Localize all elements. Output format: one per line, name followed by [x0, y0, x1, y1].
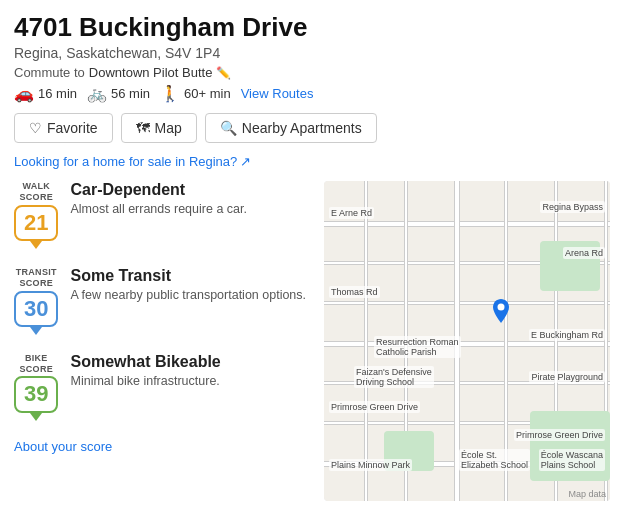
bike-tail — [30, 413, 42, 421]
search-icon: 🔍 — [220, 120, 237, 136]
road-v1 — [364, 181, 368, 501]
walk-icon: 🚶 — [160, 84, 180, 103]
bike-score-label: BikeScore — [19, 353, 53, 375]
favorite-button[interactable]: ♡ Favorite — [14, 113, 113, 143]
sale-link[interactable]: Looking for a home for sale in Regina? ↗ — [14, 154, 251, 169]
walk-score-text: Car-Dependent Almost all errands require… — [70, 181, 246, 219]
map-watermark: Map data — [568, 489, 606, 499]
external-link-icon: ↗ — [240, 154, 251, 169]
walk-score-badge: WalkScore 21 — [14, 181, 58, 249]
location-pin[interactable] — [489, 299, 513, 331]
map-icon: 🗺 — [136, 120, 150, 136]
road-label-4: E Buckingham Rd — [529, 329, 605, 341]
bypass-label: Regina Bypass — [540, 201, 605, 213]
walk-time: 60+ min — [184, 86, 231, 101]
map-background: E Arne Rd Arena Rd Thomas Rd E Buckingha… — [324, 181, 610, 501]
scores-map-row: WalkScore 21 Car-Dependent Almost all er… — [14, 181, 610, 501]
transit-score-desc: A few nearby public transportation optio… — [70, 287, 306, 305]
svg-point-0 — [498, 304, 505, 311]
car-time: 16 min — [38, 86, 77, 101]
bike-score-badge: BikeScore 39 — [14, 353, 58, 421]
view-routes-link[interactable]: View Routes — [241, 86, 314, 101]
map-column: E Arne Rd Arena Rd Thomas Rd E Buckingha… — [324, 181, 610, 501]
commute-destination: Downtown Pilot Butte — [89, 65, 213, 80]
road-label-2: Arena Rd — [563, 247, 605, 259]
road-label-1: E Arne Rd — [329, 207, 374, 219]
map-container[interactable]: E Arne Rd Arena Rd Thomas Rd E Buckingha… — [324, 181, 610, 501]
transport-row: 🚗 16 min 🚲 56 min 🚶 60+ min View Routes — [14, 84, 610, 103]
heart-icon: ♡ — [29, 120, 42, 136]
transit-score-label: TransitScore — [16, 267, 57, 289]
church-label: Resurrection RomanCatholic Parish — [374, 336, 461, 358]
city-state: Regina, Saskatchewan, S4V 1P4 — [14, 45, 610, 61]
map-button[interactable]: 🗺 Map — [121, 113, 197, 143]
transit-bubble: 30 — [14, 291, 58, 327]
bicycle-icon: 🚲 — [87, 84, 107, 103]
car-transport: 🚗 16 min — [14, 84, 77, 103]
bike-score-text: Somewhat Bikeable Minimal bike infrastru… — [70, 353, 220, 391]
park-label: Plains Minnow Park — [329, 459, 412, 471]
action-buttons: ♡ Favorite 🗺 Map 🔍 Nearby Apartments — [14, 113, 610, 143]
commute-label: Commute to — [14, 65, 85, 80]
transit-score-badge: TransitScore 30 — [14, 267, 58, 335]
bike-bubble: 39 — [14, 376, 58, 412]
bike-score-item: BikeScore 39 Somewhat Bikeable Minimal b… — [14, 353, 314, 421]
walk-score-title: Car-Dependent — [70, 181, 246, 199]
address-title: 4701 Buckingham Drive — [14, 12, 610, 43]
transit-score-title: Some Transit — [70, 267, 306, 285]
car-icon: 🚗 — [14, 84, 34, 103]
nearby-apartments-button[interactable]: 🔍 Nearby Apartments — [205, 113, 377, 143]
bike-time: 56 min — [111, 86, 150, 101]
road-label-6: Primrose Green Drive — [329, 401, 420, 413]
walk-score-label: WalkScore — [19, 181, 53, 203]
road-label-5: Faizan's DefensiveDriving School — [354, 366, 434, 388]
commute-row: Commute to Downtown Pilot Butte ✏️ — [14, 65, 610, 80]
walk-score-item: WalkScore 21 Car-Dependent Almost all er… — [14, 181, 314, 249]
school-label-1: École WascanaPlains School — [539, 449, 605, 471]
walk-transport: 🚶 60+ min — [160, 84, 231, 103]
bike-transport: 🚲 56 min — [87, 84, 150, 103]
road-label-3: Thomas Rd — [329, 286, 380, 298]
bike-score-number: 39 — [24, 382, 48, 406]
school-label-2: École St.Elizabeth School — [459, 449, 530, 471]
road-label-7: Primrose Green Drive — [514, 429, 605, 441]
walk-tail — [30, 241, 42, 249]
bike-score-title: Somewhat Bikeable — [70, 353, 220, 371]
bike-score-desc: Minimal bike infrastructure. — [70, 373, 220, 391]
transit-tail — [30, 327, 42, 335]
playground-label: Pirate Playground — [529, 371, 605, 383]
scores-column: WalkScore 21 Car-Dependent Almost all er… — [14, 181, 314, 501]
walk-bubble: 21 — [14, 205, 58, 241]
about-score-link[interactable]: About your score — [14, 439, 314, 454]
transit-score-number: 30 — [24, 297, 48, 321]
walk-score-desc: Almost all errands require a car. — [70, 201, 246, 219]
transit-score-text: Some Transit A few nearby public transpo… — [70, 267, 306, 305]
page-container: 4701 Buckingham Drive Regina, Saskatchew… — [0, 0, 624, 511]
edit-icon[interactable]: ✏️ — [216, 66, 231, 80]
walk-score-number: 21 — [24, 211, 48, 235]
transit-score-item: TransitScore 30 Some Transit A few nearb… — [14, 267, 314, 335]
